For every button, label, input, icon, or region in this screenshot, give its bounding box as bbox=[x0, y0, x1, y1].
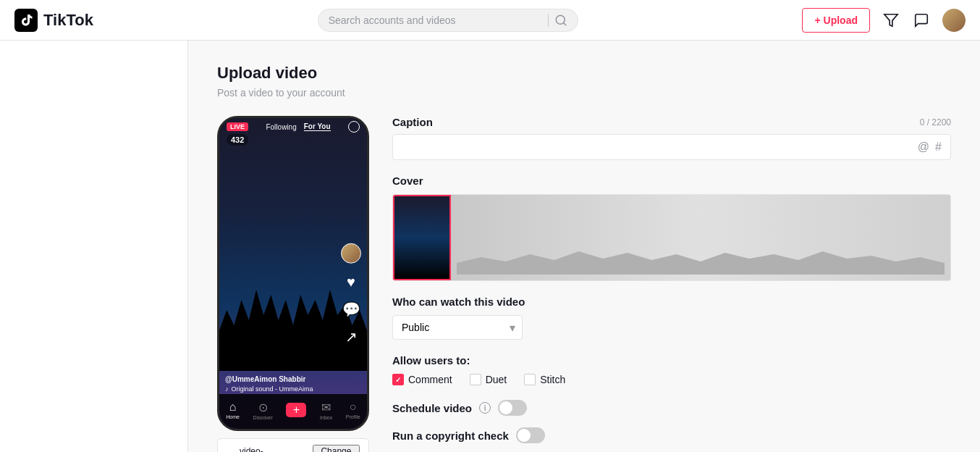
share-icon: ↗ bbox=[345, 327, 358, 345]
comment-option: ✓ Comment bbox=[392, 374, 452, 385]
inbox-tab: ✉ Inbox bbox=[320, 401, 332, 420]
like-icon: ♥ bbox=[347, 273, 355, 290]
sound-info: ♪ Original sound - UmmeAima bbox=[225, 385, 335, 393]
caption-section: Caption 0 / 2200 @ # bbox=[392, 116, 951, 160]
phone-search-icon bbox=[348, 121, 360, 133]
allow-options: ✓ Comment Duet Stitch bbox=[392, 374, 951, 385]
search-area bbox=[318, 9, 578, 32]
inbox-icon[interactable] bbox=[912, 11, 931, 30]
duet-option: Duet bbox=[470, 374, 507, 385]
upload-layout: LIVE Following For You 432 bbox=[217, 116, 951, 452]
allow-users-section: Allow users to: ✓ Comment Duet bbox=[392, 354, 951, 385]
visibility-select-wrap: Public Friends Private ▾ bbox=[392, 315, 523, 340]
tiktok-logo-text: TikTok bbox=[43, 11, 93, 30]
file-name: video-1578690611.mp4 bbox=[240, 446, 313, 452]
sidebar bbox=[0, 41, 188, 452]
live-badge: LIVE bbox=[227, 122, 248, 131]
cover-label: Cover bbox=[392, 175, 951, 187]
content-area: Upload video Post a video to your accoun… bbox=[188, 41, 980, 452]
cover-strip bbox=[392, 194, 951, 281]
comment-icon: 💬 bbox=[342, 300, 360, 317]
copyright-toggle[interactable] bbox=[516, 427, 545, 443]
schedule-info-icon[interactable]: i bbox=[479, 402, 491, 414]
upload-button[interactable]: + Upload bbox=[802, 8, 870, 33]
right-panel: Caption 0 / 2200 @ # Cover bbox=[392, 116, 951, 452]
change-video-button[interactable]: Change video bbox=[313, 445, 360, 452]
caption-label-row: Caption 0 / 2200 bbox=[392, 116, 951, 128]
action-avatar bbox=[341, 243, 361, 263]
cover-rest bbox=[451, 195, 950, 280]
copyright-label: Run a copyright check bbox=[392, 430, 509, 442]
search-box bbox=[318, 9, 578, 32]
caption-char-count: 0 / 2200 bbox=[920, 117, 951, 127]
search-icon[interactable] bbox=[554, 14, 567, 27]
svg-line-2 bbox=[563, 22, 565, 25]
comment-label: Comment bbox=[408, 374, 452, 385]
copyright-row: Run a copyright check bbox=[392, 427, 951, 443]
caption-label: Caption bbox=[392, 116, 433, 128]
stitch-label: Stitch bbox=[540, 374, 565, 385]
app-header: TikTok + Upload bbox=[0, 0, 980, 41]
cover-selected-frame[interactable] bbox=[393, 195, 451, 280]
right-actions: ♥ 💬 ↗ bbox=[341, 243, 361, 345]
home-tab: ⌂ Home bbox=[226, 401, 240, 419]
phone-bottom-bar: ⌂ Home ⊙ Discover + ✉ Inbox bbox=[219, 394, 367, 429]
hash-icon[interactable]: # bbox=[935, 141, 942, 154]
user-info: @UmmeAimon Shabbir ♪ Original sound - Um… bbox=[225, 375, 335, 393]
who-can-watch-label: Who can watch this video bbox=[392, 296, 951, 308]
phone-screen: LIVE Following For You 432 bbox=[219, 118, 367, 429]
create-button: + bbox=[286, 403, 306, 417]
schedule-video-label: Schedule video bbox=[392, 402, 472, 414]
main-content: Upload video Post a video to your accoun… bbox=[0, 41, 980, 452]
visibility-select[interactable]: Public Friends Private bbox=[392, 315, 523, 340]
checkmark-icon: ✓ bbox=[395, 376, 401, 384]
phone-nav: Following For You bbox=[266, 122, 330, 131]
video-file-info: ⊙ video-1578690611.mp4 Change video bbox=[217, 438, 369, 452]
duet-checkbox[interactable] bbox=[470, 374, 481, 385]
view-count: 432 bbox=[227, 134, 248, 146]
copyright-toggle-knob bbox=[518, 429, 531, 442]
cover-section: Cover bbox=[392, 175, 951, 281]
stitch-option: Stitch bbox=[524, 374, 565, 385]
username-label: @UmmeAimon Shabbir bbox=[225, 375, 335, 383]
svg-marker-3 bbox=[884, 14, 897, 26]
search-divider bbox=[548, 14, 549, 27]
phone-mockup: LIVE Following For You 432 bbox=[217, 116, 369, 431]
phone-container: LIVE Following For You 432 bbox=[217, 116, 369, 452]
following-tab: Following bbox=[266, 123, 296, 131]
duet-label: Duet bbox=[486, 374, 507, 385]
caption-input-wrap: @ # bbox=[392, 134, 951, 160]
page-title: Upload video bbox=[217, 64, 951, 83]
stitch-checkbox[interactable] bbox=[524, 374, 536, 385]
discover-tab: ⊙ Discover bbox=[253, 401, 273, 420]
svg-rect-0 bbox=[14, 9, 38, 32]
tiktok-logo-icon bbox=[14, 9, 38, 32]
header-logo-area: TikTok bbox=[14, 9, 93, 32]
who-can-watch-section: Who can watch this video Public Friends … bbox=[392, 296, 951, 340]
caption-icons: @ # bbox=[918, 141, 942, 154]
search-input[interactable] bbox=[329, 14, 542, 26]
file-name-area: ⊙ video-1578690611.mp4 bbox=[227, 446, 313, 452]
for-you-tab: For You bbox=[304, 122, 331, 131]
allow-users-label: Allow users to: bbox=[392, 354, 951, 367]
at-icon[interactable]: @ bbox=[918, 141, 929, 154]
messages-icon[interactable] bbox=[882, 11, 900, 30]
avatar[interactable] bbox=[942, 9, 966, 32]
profile-tab: ○ Profile bbox=[346, 401, 360, 419]
caption-input[interactable] bbox=[402, 141, 918, 153]
schedule-video-row: Schedule video i bbox=[392, 400, 951, 416]
header-actions: + Upload bbox=[802, 8, 966, 33]
comment-checkbox[interactable]: ✓ bbox=[392, 374, 404, 385]
cover-crowd bbox=[457, 246, 945, 275]
phone-top-bar: LIVE Following For You bbox=[219, 118, 367, 135]
toggle-knob bbox=[499, 401, 512, 414]
schedule-toggle[interactable] bbox=[498, 400, 527, 416]
page-subtitle: Post a video to your account bbox=[217, 87, 951, 99]
